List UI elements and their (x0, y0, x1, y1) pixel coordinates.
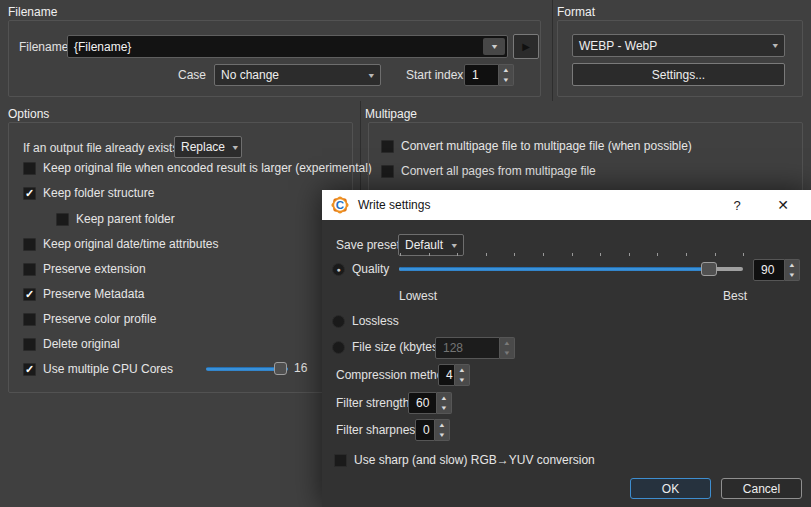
close-icon[interactable]: ✕ (768, 190, 798, 220)
quality-label: Quality (352, 262, 389, 276)
spin-down-icon: ▼ (498, 348, 516, 358)
checkbox-row-cpu-cores[interactable]: ✓ Use multiple CPU Cores (23, 361, 173, 377)
cancel-button-label: Cancel (743, 482, 780, 496)
lossless-radio[interactable] (332, 315, 345, 328)
checkbox[interactable] (23, 263, 36, 276)
ok-button-label: OK (662, 482, 679, 496)
xnconvert-logo-icon: C (330, 195, 350, 215)
format-section-header: Format (557, 5, 595, 19)
spin-down-icon[interactable]: ▼ (783, 270, 801, 280)
checkbox-row-sharp-yuv[interactable]: Use sharp (and slow) RGB→YUV conversion (334, 452, 595, 468)
output-exists-select[interactable]: Replace ▼ (174, 136, 242, 158)
chevron-down-icon: ▼ (489, 43, 498, 50)
checkbox-row-preserve-extension[interactable]: Preserve extension (23, 261, 146, 277)
checkbox-label: Convert multipage file to multipage file… (401, 139, 692, 153)
checkbox[interactable]: ✓ (23, 187, 36, 200)
spin-up-icon[interactable]: ▲ (453, 365, 471, 375)
cancel-button[interactable]: Cancel (721, 478, 802, 499)
quality-stepper[interactable]: 90 ▲▼ (753, 259, 800, 281)
spin-down-icon[interactable]: ▼ (497, 75, 515, 85)
checkbox-row-preserve-color-profile[interactable]: Preserve color profile (23, 311, 156, 327)
compression-method-label: Compression method (336, 368, 450, 382)
spin-up-icon[interactable]: ▲ (435, 393, 453, 403)
multipage-section-header: Multipage (365, 107, 417, 121)
spin-up-icon[interactable]: ▲ (783, 260, 801, 270)
quality-slider[interactable] (399, 250, 743, 278)
format-groupbox: WEBP - WebP ▼ Settings... (557, 20, 803, 97)
checkbox[interactable] (334, 454, 347, 467)
checkbox[interactable] (381, 140, 394, 153)
checkbox-label: Preserve extension (43, 262, 146, 276)
checkbox-label: Preserve color profile (43, 312, 156, 326)
start-index-stepper[interactable]: 1 ▲▼ (464, 64, 514, 86)
case-select[interactable]: No change ▼ (214, 64, 381, 86)
spin-up-icon: ▲ (498, 338, 516, 348)
quality-radio[interactable]: ● (332, 263, 345, 276)
insert-variable-button[interactable]: ▶ (513, 34, 539, 59)
checkbox[interactable]: ✓ (23, 363, 36, 376)
chevron-down-icon: ▼ (763, 42, 780, 49)
filter-sharpness-stepper[interactable]: 0 ▲▼ (415, 419, 450, 441)
file-size-radio[interactable] (332, 341, 345, 354)
output-exists-label: If an output file already exists (23, 141, 178, 155)
checkbox[interactable]: ✓ (23, 288, 36, 301)
compression-method-stepper[interactable]: 4 ▲▼ (438, 364, 470, 386)
spin-down-icon[interactable]: ▼ (433, 430, 451, 440)
checkbox-row-keep-parent-folder[interactable]: Keep parent folder (56, 211, 175, 227)
play-icon: ▶ (522, 41, 530, 52)
filter-strength-label: Filter strength (336, 396, 409, 410)
spin-up-icon[interactable]: ▲ (497, 65, 515, 75)
checkbox[interactable] (56, 213, 69, 226)
filename-section-header: Filename (8, 5, 57, 19)
checkbox-label: Delete original (43, 337, 120, 351)
filename-dropdown-button[interactable]: ▼ (483, 38, 505, 55)
format-settings-label: Settings... (652, 68, 705, 82)
file-size-label: File size (kbytes) (352, 340, 442, 354)
checkbox-row-convert-all-pages[interactable]: Convert all pages from multipage file (381, 163, 596, 179)
format-select[interactable]: WEBP - WebP ▼ (572, 34, 785, 57)
checkbox-row-preserve-metadata[interactable]: ✓ Preserve Metadata (23, 286, 144, 302)
format-value: WEBP - WebP (579, 39, 657, 53)
filter-sharpness-label: Filter sharpness (336, 423, 421, 437)
checkbox[interactable] (381, 165, 394, 178)
checkbox-label: Keep folder structure (43, 186, 154, 200)
file-size-stepper: 128 ▲▼ (435, 337, 515, 359)
checkbox-label: Keep parent folder (76, 212, 175, 226)
options-section-header: Options (8, 107, 49, 121)
spin-down-icon[interactable]: ▼ (453, 375, 471, 385)
start-index-value[interactable]: 1 (464, 64, 499, 86)
filename-value[interactable]: {Filename} (68, 40, 481, 54)
ok-button[interactable]: OK (630, 478, 711, 499)
panel-divider-vertical-top (552, 0, 553, 101)
filter-strength-stepper[interactable]: 60 ▲▼ (408, 392, 452, 414)
dialog-titlebar[interactable]: C Write settings ? ✕ (322, 190, 811, 220)
quality-value[interactable]: 90 (753, 259, 785, 281)
output-exists-value: Replace (181, 140, 225, 154)
filename-groupbox: Filename {Filename} ▼ ▶ Case No change ▼… (8, 20, 541, 97)
checkbox-label: Use sharp (and slow) RGB→YUV conversion (354, 453, 595, 467)
checkbox-row-delete-original[interactable]: Delete original (23, 336, 120, 352)
checkbox-row-convert-multipage[interactable]: Convert multipage file to multipage file… (381, 138, 692, 154)
help-button[interactable]: ? (722, 190, 752, 220)
checkbox-row-keep-original-file[interactable]: Keep original file when encoded result i… (23, 160, 372, 176)
filter-strength-value[interactable]: 60 (408, 392, 437, 414)
slider-handle[interactable] (274, 362, 287, 375)
slider-fill (399, 267, 709, 271)
spin-down-icon[interactable]: ▼ (435, 403, 453, 413)
checkbox[interactable] (23, 338, 36, 351)
checkbox-row-keep-folder-structure[interactable]: ✓ Keep folder structure (23, 185, 154, 201)
filename-combobox[interactable]: {Filename} ▼ (67, 35, 508, 58)
write-settings-dialog: C Write settings ? ✕ Save preset Default… (322, 190, 811, 507)
slider-handle[interactable] (701, 262, 717, 276)
cpu-cores-value: 16 (294, 361, 307, 375)
save-preset-label: Save preset (336, 238, 400, 252)
checkbox[interactable] (23, 238, 36, 251)
checkbox[interactable] (23, 313, 36, 326)
checkbox[interactable] (23, 162, 36, 175)
cpu-cores-slider[interactable] (206, 362, 288, 376)
spin-up-icon[interactable]: ▲ (433, 420, 451, 430)
checkbox-label: Convert all pages from multipage file (401, 164, 596, 178)
checkbox-label: Keep original date/time attributes (43, 237, 218, 251)
format-settings-button[interactable]: Settings... (572, 63, 785, 86)
checkbox-row-keep-datetime[interactable]: Keep original date/time attributes (23, 236, 218, 252)
